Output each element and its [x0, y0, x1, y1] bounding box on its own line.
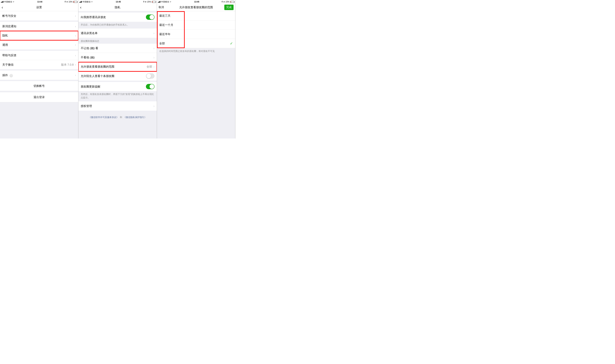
legal-sep: 和 [120, 116, 122, 118]
wifi-icon: ᯤ [170, 1, 172, 3]
chevron-right-icon: › [153, 65, 154, 68]
chevron-right-icon: › [75, 14, 76, 17]
section-moments: 朋友圈和视频动态 [78, 38, 157, 44]
status-left: 中国移动 ᯤ [79, 0, 94, 3]
chevron-right-icon: › [75, 25, 76, 28]
row-hide-my-moments[interactable]: 不让他 (她) 看 › [78, 44, 157, 53]
check-icon: ✓ [230, 41, 233, 46]
legal-privacy-link[interactable]: 《微信隐私保护指引》 [123, 116, 147, 118]
row-label: 允许朋友查看朋友圈的范围 [81, 65, 146, 69]
legal-footer: 《微信软件许可及服务协议》 和 《微信隐私保护指引》 [78, 111, 157, 119]
battery-pct: 15% [68, 1, 72, 3]
status-bar: 中国移动 ᯤ 13:45 ⥀ ➤ 15% [157, 0, 235, 4]
navbar: ‹ 设置 [0, 4, 78, 11]
row-account-security[interactable]: 帐号与安全 › [0, 11, 78, 20]
row-label: 允许陌生人查看十条朋友圈 [81, 74, 146, 78]
row-hide-their-moments[interactable]: 不看他 (她) › [78, 53, 157, 62]
row-value: 全部 [147, 65, 152, 69]
screen-privacy: 中国移动 ᯤ 13:45 ⥀ ➤ 15% ‹ 隐私 向我推荐通讯录朋友 开启后，… [78, 0, 157, 139]
cancel-button[interactable]: 取消 [159, 6, 164, 9]
row-switch-account[interactable]: 切换帐号 [0, 81, 78, 91]
row-plugins[interactable]: 插件 ⊙ › [0, 71, 78, 80]
navbar: ‹ 隐私 [78, 4, 157, 11]
row-label: 帐号与安全 [2, 14, 74, 18]
battery-icon [152, 1, 156, 3]
option-label: 最近半年 [159, 32, 233, 36]
battery-icon [230, 1, 234, 3]
range-note: 在选择的时间范围之前发布的朋友圈，将对朋友不可见 [157, 48, 235, 55]
privacy-list: 向我推荐通讯录朋友 开启后，为你推荐已经开通微信的手机联系人。 通讯录黑名单 ›… [78, 11, 157, 139]
status-time: 13:45 [172, 1, 221, 3]
chevron-right-icon: › [75, 54, 76, 57]
row-moments-visible-range[interactable]: 允许朋友查看朋友圈的范围 全部 › [78, 62, 157, 71]
chevron-right-icon: › [153, 104, 154, 107]
toggle-recommend-contacts[interactable] [146, 14, 154, 20]
option-half-year[interactable]: 最近半年 [157, 30, 235, 39]
settings-list: 帐号与安全 › 新消息通知 › 隐私 › 通用 › 帮助与反馈 › [0, 11, 78, 139]
toggle-strangers-ten[interactable] [146, 73, 154, 79]
status-bar: 中国移动 ᯤ 13:44 ⥀ ➤ 15% [0, 0, 78, 4]
status-right: ⥀ ➤ 15% [221, 1, 234, 3]
row-blacklist[interactable]: 通讯录黑名单 › [78, 28, 157, 38]
status-left: 中国移动 ᯤ [1, 0, 15, 3]
chevron-right-icon: › [75, 74, 76, 77]
status-right: ⥀ ➤ 15% [143, 1, 156, 3]
chevron-right-icon: › [153, 47, 154, 50]
row-label: 通用 [2, 43, 74, 47]
location-icon: ➤ [145, 1, 147, 3]
back-icon[interactable]: ‹ [2, 5, 7, 9]
plugin-icon: ⊙ [10, 74, 13, 77]
row-value: 版本 7.0.8 [61, 63, 74, 67]
row-label: 不看他 (她) [81, 55, 152, 59]
signal-icon [158, 1, 160, 3]
chevron-right-icon: › [75, 34, 76, 37]
status-right: ⥀ ➤ 15% [65, 1, 77, 3]
row-logout[interactable]: 退出登录 [0, 92, 78, 102]
row-label: 向我推荐通讯录朋友 [81, 15, 146, 19]
option-label: 最近三天 [159, 14, 233, 18]
row-label: 插件 ⊙ [2, 73, 74, 77]
battery-pct: 15% [225, 1, 230, 3]
done-button[interactable]: 完成 [224, 5, 233, 10]
screen-settings: 中国移动 ᯤ 13:44 ⥀ ➤ 15% ‹ 设置 帐号与安全 › 新消息通知 … [0, 0, 78, 139]
back-icon[interactable]: ‹ [80, 5, 85, 9]
row-label: 新消息通知 [2, 24, 74, 28]
row-strangers-ten: 允许陌生人查看十条朋友圈 [78, 71, 157, 81]
status-left: 中国移动 ᯤ [158, 0, 172, 3]
battery-pct: 15% [147, 1, 151, 3]
row-general[interactable]: 通用 › [0, 40, 78, 50]
row-recommend-contacts: 向我推荐通讯录朋友 [78, 13, 157, 22]
signal-icon [1, 1, 3, 3]
legal-license-link[interactable]: 《微信软件许可及服务协议》 [89, 116, 119, 118]
carrier-label: 中国移动 [82, 0, 90, 3]
option-all[interactable]: 全部 ✓ [157, 39, 235, 48]
carrier-label: 中国移动 [4, 0, 12, 3]
chevron-right-icon: › [153, 56, 154, 59]
page-title: 允许朋友查看朋友圈的范围 [179, 5, 213, 9]
row-help-feedback[interactable]: 帮助与反馈 › [0, 51, 78, 60]
row-auth-management[interactable]: 授权管理 › [78, 101, 157, 111]
row-label: 不让他 (她) 看 [81, 46, 152, 50]
location-icon: ➤ [66, 1, 68, 3]
row-label: 通讯录黑名单 [81, 31, 152, 35]
orientation-lock-icon: ⥀ [65, 1, 66, 3]
signal-icon [79, 1, 82, 3]
row-label: 授权管理 [81, 104, 152, 108]
location-icon: ➤ [223, 1, 225, 3]
option-three-days[interactable]: 最近三天 [157, 11, 235, 20]
row-label: 隐私 [2, 34, 74, 38]
row-privacy[interactable]: 隐私 › [0, 31, 78, 40]
recommend-note: 开启后，为你推荐已经开通微信的手机联系人。 [78, 22, 157, 28]
row-notifications[interactable]: 新消息通知 › [0, 22, 78, 31]
row-label: 朋友圈更新提醒 [81, 85, 146, 89]
option-label: 最近一个月 [159, 23, 233, 27]
orientation-lock-icon: ⥀ [143, 1, 144, 3]
battery-icon [73, 1, 77, 3]
row-about-wechat[interactable]: 关于微信 版本 7.0.8 › [0, 60, 78, 69]
option-one-month[interactable]: 最近一个月 [157, 20, 235, 30]
chevron-right-icon: › [75, 43, 76, 46]
toggle-moments-notify[interactable] [146, 84, 154, 89]
moments-notify-note: 关闭后，有朋友发表朋友圈时，界面下方的"发现"切换按钮上不再出现红点提示。 [78, 91, 157, 101]
wifi-icon: ᯤ [13, 1, 15, 3]
row-label: 关于微信 [2, 63, 61, 67]
